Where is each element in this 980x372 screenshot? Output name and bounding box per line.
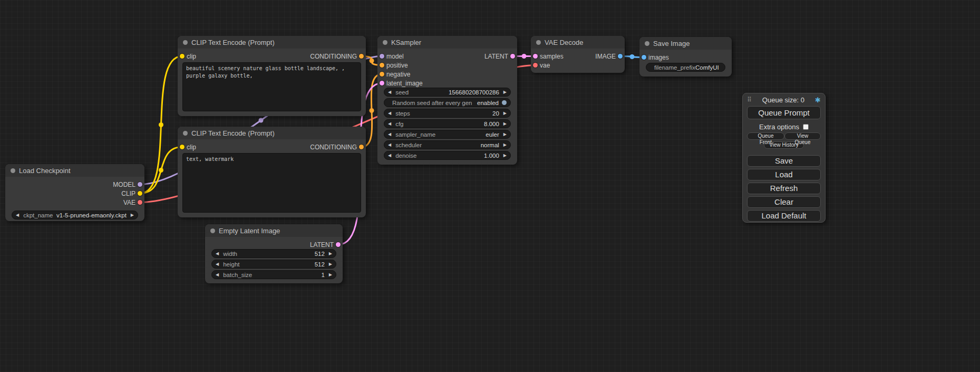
conditioning-output-port[interactable] (359, 54, 364, 59)
node-title-bar[interactable]: Load Checkpoint (5, 164, 144, 177)
seed-widget[interactable]: ◀ seed 156680208700286 ▶ (384, 88, 511, 97)
queue-prompt-button[interactable]: Queue Prompt (747, 106, 821, 119)
graph-canvas[interactable]: Load Checkpoint MODEL CLIP VAE ◀ ckpt_na… (0, 0, 980, 372)
widget-value: v1-5-pruned-emaonly.ckpt (53, 212, 126, 218)
model-output-port[interactable] (138, 182, 142, 187)
scheduler-widget[interactable]: ◀ scheduler normal ▶ (384, 140, 511, 149)
node-title-bar[interactable]: CLIP Text Encode (Prompt) (178, 127, 366, 139)
increment-arrow-icon[interactable]: ▶ (329, 262, 332, 266)
clip-output-port[interactable] (138, 191, 142, 196)
collapse-dot-icon[interactable] (210, 228, 215, 233)
clear-button[interactable]: Clear (747, 196, 821, 208)
load-button[interactable]: Load (747, 169, 821, 180)
height-widget[interactable]: ◀ height 512 ▶ (211, 260, 336, 269)
increment-arrow-icon[interactable]: ▶ (503, 90, 507, 94)
combo-left-arrow-icon[interactable]: ◀ (16, 213, 19, 217)
latent-output-port[interactable] (510, 54, 515, 59)
negative-input-port[interactable] (380, 72, 384, 77)
node-clip-text-encode-negative[interactable]: CLIP Text Encode (Prompt) clip CONDITION… (178, 127, 366, 217)
cfg-widget[interactable]: ◀ cfg 8.000 ▶ (384, 119, 511, 128)
drag-handle-icon[interactable]: ⠿ (747, 96, 752, 103)
combo-left-arrow-icon[interactable]: ◀ (388, 132, 391, 137)
increment-arrow-icon[interactable]: ▶ (503, 122, 507, 126)
output-label: VAE (123, 199, 135, 206)
node-title-bar[interactable]: KSampler (377, 36, 517, 49)
settings-gear-icon[interactable]: ✱ (815, 96, 821, 104)
positive-prompt-textarea[interactable]: beautiful scenery nature glass bottle la… (182, 62, 361, 111)
filename-prefix-widget[interactable]: filename_prefix ComfyUI (646, 63, 725, 72)
output-label: CONDITIONING (310, 53, 357, 60)
image-output-port[interactable] (618, 54, 623, 59)
ckpt-name-widget[interactable]: ◀ ckpt_name v1-5-pruned-emaonly.ckpt ▶ (12, 211, 138, 220)
collapse-dot-icon[interactable] (11, 168, 15, 173)
decrement-arrow-icon[interactable]: ◀ (388, 122, 391, 126)
decrement-arrow-icon[interactable]: ◀ (388, 111, 391, 116)
view-queue-button[interactable]: View Queue (784, 132, 821, 140)
combo-right-arrow-icon[interactable]: ▶ (131, 213, 134, 217)
input-label: latent_image (386, 80, 423, 87)
positive-input-port[interactable] (380, 63, 384, 68)
steps-widget[interactable]: ◀ steps 20 ▶ (384, 109, 511, 118)
clip-input-port[interactable] (180, 145, 185, 149)
model-input-port[interactable] (380, 54, 384, 59)
node-title: Save Image (653, 40, 690, 47)
collapse-dot-icon[interactable] (645, 41, 649, 46)
widget-label: seed (395, 89, 409, 96)
wire-midpoint-dot (259, 118, 264, 123)
clip-input-port[interactable] (180, 54, 185, 59)
node-empty-latent-image[interactable]: Empty Latent Image LATENT ◀ width 512 ▶ … (205, 224, 343, 283)
node-title-bar[interactable]: VAE Decode (531, 36, 625, 49)
collapse-dot-icon[interactable] (383, 40, 387, 45)
collapse-dot-icon[interactable] (536, 40, 541, 45)
input-label: negative (386, 71, 410, 78)
node-title: CLIP Text Encode (Prompt) (191, 129, 275, 137)
collapse-dot-icon[interactable] (183, 40, 188, 45)
random-seed-toggle-widget[interactable]: Random seed after every gen enabled (384, 98, 511, 107)
batch-size-widget[interactable]: ◀ batch_size 1 ▶ (211, 270, 336, 279)
decrement-arrow-icon[interactable]: ◀ (216, 273, 219, 277)
increment-arrow-icon[interactable]: ▶ (503, 111, 507, 116)
node-save-image[interactable]: Save Image images filename_prefix ComfyU… (639, 37, 732, 77)
node-load-checkpoint[interactable]: Load Checkpoint MODEL CLIP VAE ◀ ckpt_na… (5, 164, 144, 221)
latent-output-port[interactable] (336, 242, 341, 247)
vae-input-port[interactable] (533, 63, 538, 68)
increment-arrow-icon[interactable]: ▶ (503, 154, 507, 158)
vae-output-port[interactable] (138, 200, 142, 205)
widget-value: euler (435, 131, 499, 138)
refresh-button[interactable]: Refresh (747, 183, 821, 194)
queue-menu-panel: ⠿ Queue size: 0 ✱ Queue Prompt Extra opt… (742, 93, 826, 223)
node-vae-decode[interactable]: VAE Decode samples IMAGE vae (531, 36, 625, 73)
conditioning-output-port[interactable] (359, 145, 364, 149)
decrement-arrow-icon[interactable]: ◀ (216, 262, 219, 266)
collapse-dot-icon[interactable] (183, 131, 188, 136)
images-input-port[interactable] (642, 55, 646, 60)
combo-left-arrow-icon[interactable]: ◀ (388, 143, 391, 147)
node-clip-text-encode-positive[interactable]: CLIP Text Encode (Prompt) clip CONDITION… (178, 36, 366, 116)
save-button[interactable]: Save (747, 155, 821, 167)
decrement-arrow-icon[interactable]: ◀ (388, 90, 391, 94)
load-default-button[interactable]: Load Default (747, 210, 821, 222)
node-title-bar[interactable]: Empty Latent Image (205, 224, 343, 237)
node-title-bar[interactable]: CLIP Text Encode (Prompt) (178, 36, 366, 49)
sampler-name-widget[interactable]: ◀ sampler_name euler ▶ (384, 130, 511, 139)
decrement-arrow-icon[interactable]: ◀ (388, 154, 391, 158)
denoise-widget[interactable]: ◀ denoise 1.000 ▶ (384, 151, 511, 160)
width-widget[interactable]: ◀ width 512 ▶ (211, 249, 336, 258)
negative-prompt-textarea[interactable]: text, watermark (182, 153, 361, 213)
view-history-button[interactable]: View History (764, 141, 804, 149)
increment-arrow-icon[interactable]: ▶ (329, 273, 332, 277)
queue-front-button[interactable]: Queue Front (747, 132, 784, 140)
output-label: IMAGE (595, 53, 616, 60)
toggle-dot-icon[interactable] (502, 100, 507, 105)
widget-label: batch_size (223, 272, 252, 278)
samples-input-port[interactable] (533, 54, 538, 59)
extra-options-checkbox[interactable] (803, 124, 809, 130)
combo-right-arrow-icon[interactable]: ▶ (503, 143, 507, 147)
latent-image-input-port[interactable] (380, 81, 384, 85)
node-ksampler[interactable]: KSampler model LATENT positive negative … (377, 36, 517, 165)
decrement-arrow-icon[interactable]: ◀ (216, 252, 219, 256)
combo-right-arrow-icon[interactable]: ▶ (503, 132, 507, 137)
node-title-bar[interactable]: Save Image (639, 37, 732, 50)
increment-arrow-icon[interactable]: ▶ (329, 252, 332, 256)
slot-row: model LATENT (377, 52, 517, 61)
